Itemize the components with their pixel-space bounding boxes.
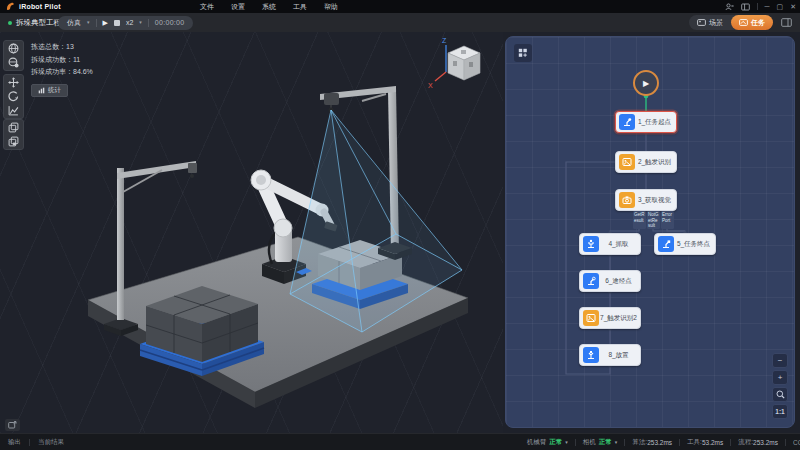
scene-tab[interactable]: 场景 [689,15,731,30]
camera-caret-icon: ▾ [615,440,618,445]
metric-label: 算法: [632,438,647,447]
port-error[interactable]: ErrorPort [661,211,674,229]
trajectory-chart-button[interactable] [5,104,22,117]
task-flow-panel[interactable]: ▶ 1_任务起点 2_触发识别 3_获取视觉 GetResult NotGetR… [505,36,795,428]
menu-system[interactable]: 系统 [262,2,276,12]
flow-zoom-controls: − + 1:1 [772,353,788,419]
menu-settings[interactable]: 设置 [231,2,245,12]
node-label: 7_触发识别2 [599,314,640,323]
statistics-label: 统计 [48,84,61,96]
app-logo-icon [6,2,15,11]
project-indicator: 拆垛典型工程 [8,18,61,28]
waypoint-icon [583,273,599,289]
panel-toggle-icon[interactable] [781,18,792,27]
task-tab-label: 任务 [751,18,765,28]
move-tool-button[interactable] [5,76,22,89]
flow-node-place[interactable]: 8_放置 [579,344,641,366]
paste-layer-button[interactable] [5,135,22,148]
menu-tools[interactable]: 工具 [293,2,307,12]
port-get-result[interactable]: GetResult [633,211,646,229]
copy-layer-button[interactable] [5,121,22,134]
node-label: 1_任务起点 [635,118,676,127]
motion-tool-group [3,74,24,119]
camera-status[interactable]: 相机 正常 ▾ [583,438,618,447]
algorithm-time: 算法: 253.2ms [632,438,672,447]
menu-help[interactable]: 帮助 [324,2,338,12]
flow-node-task-start[interactable]: 1_任务起点 [615,111,677,133]
minimize-button[interactable]: ─ [765,3,770,10]
stat-value: 84.6% [73,68,93,75]
node-label: 6_途经点 [599,277,640,286]
node-label: 4_抓取 [599,240,640,249]
zoom-search-button[interactable] [772,387,788,402]
viewport-3d[interactable]: Z X [0,32,503,433]
close-button[interactable]: ✕ [790,3,796,10]
world-settings-button[interactable] [5,56,22,69]
metric-label: 流程: [738,438,753,447]
title-bar: iRobot Pilot 文件 设置 系统 工具 帮助 ─ ▢ ✕ [0,0,800,13]
simulation-timer: 00:00:00 [155,19,185,26]
flow-start-node[interactable]: ▶ [633,70,659,96]
flow-node-trigger-recognition[interactable]: 2_触发识别 [615,151,677,173]
statusbar-divider [575,439,576,446]
statusbar-divider [730,439,731,446]
zoom-fit-button[interactable]: 1:1 [772,404,788,419]
flow-node-get-vision[interactable]: 3_获取视觉 [615,189,677,211]
task-tab[interactable]: 任务 [731,15,773,30]
menu-file[interactable]: 文件 [200,2,214,12]
task-icon [739,19,748,26]
node-label: 8_放置 [599,351,640,360]
capture-icon [8,421,17,429]
stat-row: 拆垛成功率：84.6% [31,66,93,79]
robot-arm-label: 机械臂 [527,438,547,447]
zoom-out-button[interactable]: − [772,353,788,368]
process-time: 流程: 253.2ms [738,438,778,447]
flow-node-grab[interactable]: 4_抓取 [579,233,641,255]
rotate-tool-button[interactable] [5,90,22,103]
flow-node-task-end[interactable]: 5_任务终点 [654,233,716,255]
titlebar-divider [757,3,758,10]
stop-button[interactable] [114,20,120,26]
node-palette-icon [518,48,528,58]
task-start-icon [619,114,635,130]
camera-label: 相机 [583,438,596,447]
sim-mode-caret-icon[interactable]: ▾ [87,20,90,25]
world-view-button[interactable] [5,42,22,55]
project-status-dot [8,21,12,25]
layout-icon[interactable] [741,3,750,11]
play-button[interactable]: ▶ [103,19,108,26]
sim-mode-select[interactable]: 仿真 [67,18,81,28]
flow-node-trigger-recognition-2[interactable]: 7_触发识别2 [579,307,641,329]
speed-caret-icon[interactable]: ▾ [139,20,142,25]
output-tab[interactable]: 输出 [8,438,21,447]
clipped-status-text: CC [793,439,800,446]
zoom-in-button[interactable]: + [772,370,788,385]
maximize-button[interactable]: ▢ [777,3,784,10]
current-result-tab[interactable]: 当前结果 [38,438,64,447]
view-switcher: 场景 任务 [689,15,773,30]
view-cube[interactable]: Z X [428,37,480,89]
stat-value: 13 [66,43,74,50]
project-name: 拆垛典型工程 [16,18,61,28]
robot-arm-status[interactable]: 机械臂 正常 ▾ [527,438,568,447]
stat-label: 拆垛成功数： [31,56,73,63]
tool-time: 工具: 53.2ms [687,438,723,447]
main-area: Z X [0,32,800,433]
port-not-get-result[interactable]: NotGetResult [647,211,660,229]
node-palette-button[interactable] [514,44,532,62]
vision-camera [324,93,339,105]
user-icon[interactable] [725,3,734,11]
status-bar: 输出 当前结果 机械臂 正常 ▾ 相机 正常 ▾ 算法: 253.2ms 工具:… [0,433,800,450]
statusbar-divider [785,439,786,446]
axis-x-label: X [428,82,433,89]
camera-state: 正常 [599,438,612,447]
capture-button[interactable] [5,419,20,431]
stat-label: 拆垛成功率： [31,68,73,75]
metric-value: 53.2ms [702,439,723,446]
view-tool-group [3,40,24,71]
toolbar-divider [96,19,97,27]
statistics-button[interactable]: 统计 [31,84,68,97]
depalletize-stats: 拣选总数：13 拆垛成功数：11 拆垛成功率：84.6% 统计 [31,41,93,98]
speed-select[interactable]: x2 [126,19,133,26]
flow-node-waypoint[interactable]: 6_途经点 [579,270,641,292]
